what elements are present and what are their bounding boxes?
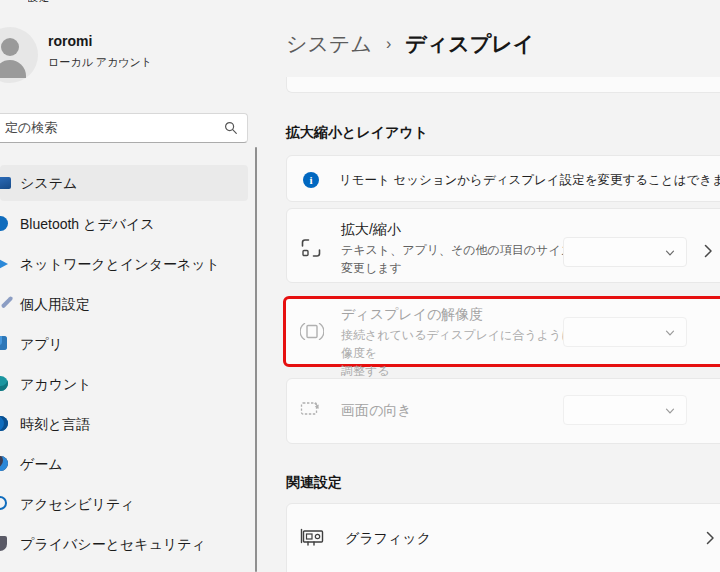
sidebar-item-accounts[interactable]: アカウント: [0, 366, 248, 402]
breadcrumb: システム › ディスプレイ: [286, 30, 534, 58]
resolution-icon: [300, 323, 324, 340]
graphics-icon: [300, 528, 325, 547]
chevron-down-icon: [664, 405, 676, 417]
sidebar-item-time-language[interactable]: 時刻と言語: [0, 406, 248, 442]
privacy-icon: [0, 536, 13, 552]
resolution-card-title: ディスプレイの解像度: [341, 306, 483, 324]
avatar-body: [0, 60, 26, 78]
breadcrumb-parent[interactable]: システム: [286, 30, 372, 58]
scale-card-subtitle: テキスト、アプリ、その他の項目のサイズを 変更します: [341, 241, 591, 277]
scale-dropdown[interactable]: [563, 237, 687, 267]
resolution-card-subtitle: 接続されているディスプレイに合うように解像度を 調整する: [341, 326, 591, 380]
section-related-settings: 関連設定: [286, 474, 342, 492]
search-placeholder: 定の検索: [5, 114, 57, 142]
accounts-icon: [0, 376, 13, 392]
time-language-icon: [0, 416, 13, 432]
avatar[interactable]: [0, 27, 38, 83]
sidebar-item-privacy-security[interactable]: プライバシーとセキュリティ: [0, 526, 248, 562]
sidebar-item-system[interactable]: システム: [0, 165, 248, 201]
sidebar-item-accessibility[interactable]: アクセシビリティ: [0, 486, 248, 522]
bluetooth-icon: [0, 216, 13, 232]
graphics-chevron-right-icon[interactable]: [703, 530, 717, 546]
scale-icon: [300, 237, 322, 259]
sidebar-item-apps[interactable]: アプリ: [0, 326, 248, 362]
scale-chevron-right-icon[interactable]: [701, 243, 715, 259]
chevron-down-icon: [664, 247, 676, 259]
scale-card-title: 拡大/縮小: [341, 221, 401, 239]
search-icon[interactable]: [224, 121, 238, 135]
system-icon: [0, 175, 13, 191]
search-input[interactable]: 定の検索: [0, 113, 248, 143]
section-scale-layout: 拡大縮小とレイアウト: [286, 124, 428, 142]
breadcrumb-separator-icon: ›: [386, 35, 391, 53]
info-icon: i: [303, 172, 319, 188]
user-account-type: ローカル アカウント: [48, 55, 152, 70]
graphics-card-title: グラフィック: [345, 530, 431, 548]
resolution-dropdown[interactable]: [563, 317, 687, 347]
window-title-clipped: 設定: [28, 0, 58, 3]
network-icon: [0, 256, 13, 272]
banner-text: リモート セッションからディスプレイ設定を変更することはできません。: [339, 172, 720, 189]
orientation-icon: [300, 399, 324, 417]
sidebar-item-personalization[interactable]: 個人用設定: [0, 286, 248, 322]
settings-window: 設定 roromi ローカル アカウント 定の検索 システム Bluetooth…: [0, 0, 720, 572]
accessibility-icon: [0, 496, 13, 512]
sidebar-item-network-internet[interactable]: ネットワークとインターネット: [0, 246, 248, 282]
sidebar-item-bluetooth-devices[interactable]: Bluetooth とデバイス: [0, 206, 248, 242]
chevron-down-icon: [664, 327, 676, 339]
apps-icon: [0, 336, 13, 352]
user-name: roromi: [48, 33, 92, 49]
sidebar-scrollbar[interactable]: [255, 147, 257, 572]
orientation-card-title: 画面の向き: [341, 402, 412, 420]
avatar-head: [1, 38, 19, 56]
personalization-icon: [0, 296, 13, 312]
page-title: ディスプレイ: [405, 30, 534, 58]
orientation-dropdown[interactable]: [563, 395, 687, 425]
gaming-icon: [0, 456, 13, 472]
scrolled-card-remnant: [286, 77, 720, 93]
sidebar-item-gaming[interactable]: ゲーム: [0, 446, 248, 482]
